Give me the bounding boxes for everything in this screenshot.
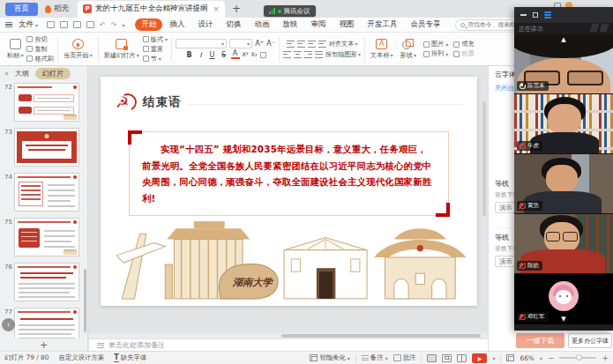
menu-tab-animation[interactable]: 动画 xyxy=(248,19,275,31)
subscript-button[interactable]: X₂ xyxy=(251,51,258,58)
bullet-list-icon[interactable] xyxy=(287,41,295,48)
picture-button[interactable]: 图片▾ xyxy=(423,40,448,48)
notes-bar[interactable]: 单击此处添加备注 xyxy=(89,338,488,351)
slide-title[interactable]: 结束语 xyxy=(143,94,182,110)
zoom-slider-knob[interactable] xyxy=(576,354,582,360)
justify-icon[interactable] xyxy=(315,51,323,58)
maximize-icon[interactable] xyxy=(533,12,538,18)
undo-icon[interactable]: ↶ xyxy=(100,21,106,29)
paste-button[interactable]: 粘贴▾ xyxy=(5,39,25,60)
strikethrough-button[interactable]: S xyxy=(220,51,228,59)
design-scheme-button[interactable]: 自定义设计方案 xyxy=(59,353,105,362)
collapse-down-icon[interactable]: ▼ xyxy=(561,316,565,323)
section-button[interactable]: 节▾ xyxy=(143,55,168,63)
font-color-button[interactable]: A xyxy=(231,50,240,59)
slide-thumbnail-preview[interactable] xyxy=(14,218,79,256)
font-family-combo[interactable]: ▾ xyxy=(176,39,227,48)
menu-tab-design[interactable]: 设计 xyxy=(191,19,219,31)
tab-docer[interactable]: 稻壳 xyxy=(38,3,76,16)
underline-button[interactable]: U xyxy=(208,51,217,59)
fit-to-window-icon[interactable] xyxy=(506,354,514,361)
cut-button[interactable]: 剪切 xyxy=(26,35,54,44)
print-icon[interactable] xyxy=(73,21,81,28)
format-painter-button[interactable]: 格式刷 xyxy=(26,55,54,63)
participant-video-3[interactable]: 黄浩 xyxy=(514,153,613,213)
tab-home[interactable]: 首页 xyxy=(5,3,38,16)
menu-tab-review[interactable]: 审阅 xyxy=(304,19,332,31)
menu-tab-view[interactable]: 视图 xyxy=(333,19,360,31)
vertical-scrollbar[interactable] xyxy=(482,101,486,216)
indent-decrease-icon[interactable] xyxy=(308,41,316,48)
minimize-icon[interactable] xyxy=(520,14,527,16)
slide-thumbnail-73[interactable]: 73 xyxy=(2,128,84,167)
participant-video-4[interactable]: 陈皓 xyxy=(514,213,613,273)
tencent-meeting-status-pill[interactable]: 腾讯会议 xyxy=(264,5,316,17)
customize-toolbar-icon[interactable]: ▾ xyxy=(122,22,124,28)
menu-tab-slideshow[interactable]: 放映 xyxy=(276,19,303,31)
comments-button[interactable]: 批注 xyxy=(393,353,416,362)
participant-video-5[interactable]: ▼ 邓红军 xyxy=(514,273,613,324)
align-text-button[interactable]: 对齐文本▾ xyxy=(329,40,358,48)
current-slide[interactable]: ☭ 结束语 实现“十四五” 规划和2035年远景目标，意义重大，任务艰巨，前景光… xyxy=(101,77,477,306)
print-preview-icon[interactable] xyxy=(86,21,94,28)
hamburger-menu-icon[interactable] xyxy=(5,22,12,28)
zoom-out-button[interactable]: − xyxy=(548,354,555,362)
slide-thumbnail-preview[interactable] xyxy=(14,128,79,167)
text-box-button[interactable]: A 文本框▾ xyxy=(369,39,395,60)
collapse-panel-icon[interactable]: « xyxy=(4,70,9,78)
zoom-in-button[interactable]: + xyxy=(602,354,609,362)
slide-sorter-view-button[interactable] xyxy=(442,354,452,362)
slide-thumbnail-72[interactable]: 72 xyxy=(2,83,84,122)
tab-outline[interactable]: 大纲 xyxy=(15,69,29,78)
bold-button[interactable]: B xyxy=(185,51,194,59)
new-slide-button[interactable]: 新建幻灯片▾ xyxy=(102,39,141,60)
zoom-slider[interactable] xyxy=(559,357,596,359)
text-highlight-icon[interactable] xyxy=(260,52,266,58)
missing-fonts-button[interactable]: T 缺失字体 xyxy=(114,353,146,362)
export-pdf-icon[interactable] xyxy=(60,21,68,28)
numbered-list-icon[interactable] xyxy=(297,41,305,48)
meeting-menu-icon[interactable] xyxy=(544,11,551,19)
align-center-icon[interactable] xyxy=(294,51,302,58)
arrange-button[interactable]: 排列▾ xyxy=(423,49,448,58)
italic-button[interactable]: I xyxy=(197,51,206,59)
align-left-icon[interactable] xyxy=(283,51,291,58)
menu-tab-transition[interactable]: 切换 xyxy=(220,19,247,31)
reading-view-button[interactable] xyxy=(457,354,467,362)
fill-button[interactable]: 填充 xyxy=(453,40,474,48)
save-icon[interactable] xyxy=(47,21,55,28)
close-tab-icon[interactable]: × xyxy=(213,4,221,13)
slideshow-play-button[interactable]: ▶ xyxy=(472,353,487,363)
menu-tab-member[interactable]: 会员专享 xyxy=(404,19,446,31)
collapse-panel-button[interactable]: ‹ xyxy=(2,318,15,331)
menu-tab-home[interactable]: 开始 xyxy=(135,19,162,31)
line-spacing-icon[interactable] xyxy=(318,41,326,48)
horizontal-scrollbar-thumb[interactable] xyxy=(281,334,481,338)
slide-thumbnail-75[interactable]: 75 xyxy=(2,218,84,256)
panel-scrollbar[interactable] xyxy=(84,269,86,332)
smart-graphic-button[interactable]: 按智能图形▾ xyxy=(325,50,361,59)
slide-thumbnail-preview[interactable] xyxy=(14,173,79,212)
increase-font-button[interactable]: A⁺ xyxy=(255,40,264,48)
slide-thumbnail-preview[interactable] xyxy=(14,308,79,338)
menu-tab-insert[interactable]: 插入 xyxy=(163,19,191,31)
copy-button[interactable]: 复制 xyxy=(26,45,54,54)
file-menu[interactable]: 文件 ▾ xyxy=(19,19,38,30)
new-tab-button[interactable]: + xyxy=(232,4,241,14)
start-from-page-button[interactable]: 当页开始▾ xyxy=(62,39,94,60)
slide-thumbnail-74[interactable]: 74 xyxy=(2,173,84,212)
slide-thumbnail-preview[interactable] xyxy=(14,83,79,122)
superscript-button[interactable]: X² xyxy=(243,51,249,58)
more-office-fonts-button[interactable]: 更多办公字体 xyxy=(568,333,612,348)
slide-thumbnail-preview[interactable] xyxy=(14,263,79,301)
decrease-font-button[interactable]: A⁻ xyxy=(266,40,275,48)
add-slide-button[interactable]: + xyxy=(0,338,87,351)
zoom-level[interactable]: 66% xyxy=(520,354,534,362)
reset-button[interactable]: 重置 xyxy=(143,45,168,54)
slide-body-text[interactable]: 实现“十四五” 规划和2035年远景目标，意义重大，任务艰巨，前景光明。全党全国… xyxy=(142,141,436,206)
redo-icon[interactable]: ↷ xyxy=(111,21,117,29)
align-right-icon[interactable] xyxy=(304,51,312,58)
tab-slides[interactable]: 幻灯片 xyxy=(35,68,71,79)
slide-thumbnail-76[interactable]: 76 xyxy=(2,263,84,301)
participant-video-1[interactable]: ▲ 陈雪来 xyxy=(514,34,613,93)
